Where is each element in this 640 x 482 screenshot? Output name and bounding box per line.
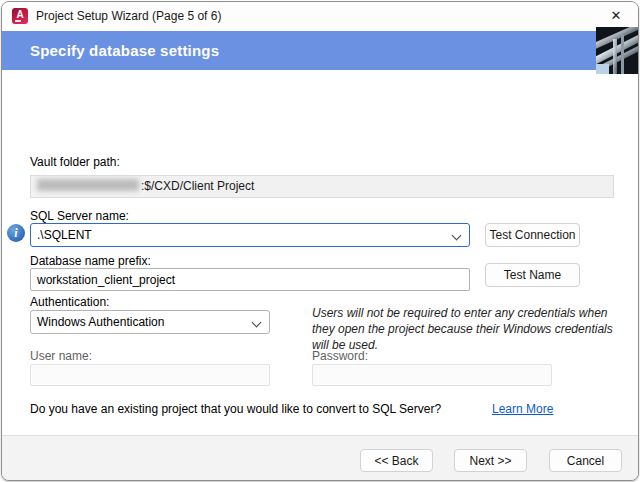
test-connection-button[interactable]: Test Connection (485, 223, 580, 247)
cancel-button[interactable]: Cancel (549, 449, 622, 472)
header-band: Specify database settings (2, 31, 638, 70)
vault-folder-path-label: Vault folder path: (30, 155, 120, 169)
authentication-note: Users will not be required to enter any … (312, 305, 620, 353)
password-label: Password: (312, 349, 368, 363)
footer: << Back Next >> Cancel (2, 436, 638, 480)
sql-server-name-value: .\SQLENT (37, 228, 92, 242)
sql-server-name-label: SQL Server name: (30, 209, 129, 223)
vault-folder-path-field: :$/CXD/Client Project (30, 175, 614, 198)
close-icon[interactable]: ✕ (594, 2, 638, 30)
chevron-down-icon[interactable] (452, 231, 462, 241)
next-button[interactable]: Next >> (454, 449, 527, 472)
learn-more-link[interactable]: Learn More (492, 402, 553, 416)
authentication-value: Windows Authentication (37, 315, 164, 329)
redacted-server-name (37, 179, 139, 191)
project-setup-wizard-window: A Project Setup Wizard (Page 5 of 6) ✕ S… (1, 1, 639, 481)
user-name-label: User name: (30, 349, 92, 363)
sql-server-name-combobox[interactable]: .\SQLENT (30, 223, 470, 247)
titlebar: A Project Setup Wizard (Page 5 of 6) ✕ (2, 2, 638, 30)
authentication-dropdown[interactable]: Windows Authentication (30, 310, 270, 334)
database-name-prefix-input[interactable] (30, 268, 470, 291)
window-title: Project Setup Wizard (Page 5 of 6) (36, 2, 221, 30)
chevron-down-icon[interactable] (252, 318, 262, 328)
authentication-label: Authentication: (30, 295, 109, 309)
autocad-app-icon: A (12, 8, 28, 24)
page-title: Specify database settings (30, 31, 219, 70)
back-button[interactable]: << Back (360, 449, 433, 472)
vault-path-text: :$/CXD/Client Project (141, 179, 254, 193)
user-name-input (30, 364, 270, 386)
info-icon: i (7, 224, 25, 242)
header-pipes-image (596, 27, 638, 74)
test-name-button[interactable]: Test Name (485, 263, 580, 287)
password-input (312, 364, 552, 386)
database-name-prefix-label: Database name prefix: (30, 254, 151, 268)
convert-question-text: Do you have an existing project that you… (30, 402, 441, 416)
